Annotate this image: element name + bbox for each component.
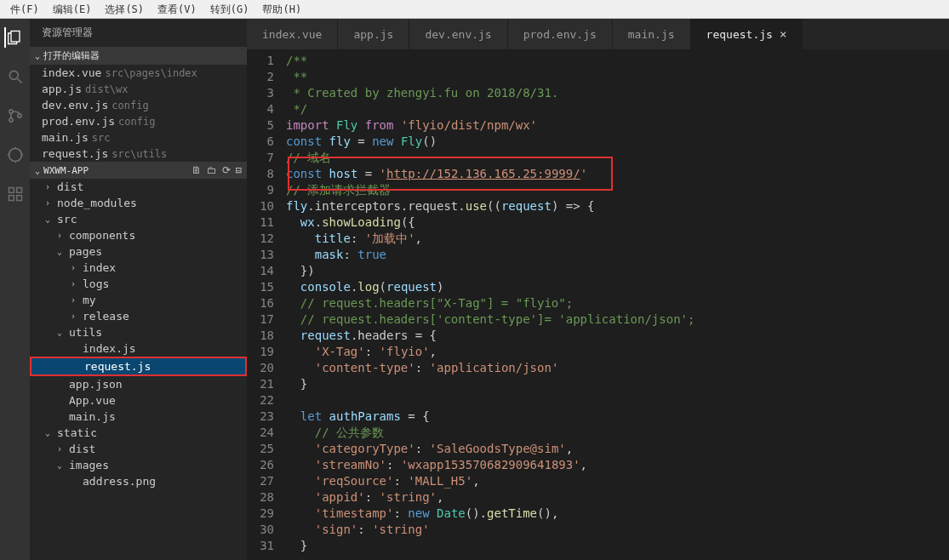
project-header[interactable]: ⌄ WXWM-APP 🗎 🗀 ⟳ ⊟ xyxy=(30,162,247,179)
tab-label: dev.env.js xyxy=(425,28,491,41)
editor-tab[interactable]: index.vue xyxy=(247,19,338,49)
activity-bar xyxy=(0,19,30,560)
tree-folder[interactable]: ⌄static xyxy=(30,425,247,441)
explorer-icon[interactable] xyxy=(4,27,25,48)
tree-label: pages xyxy=(69,245,102,258)
tree-file[interactable]: main.js xyxy=(30,409,247,425)
menubar: 件(F) 编辑(E) 选择(S) 查看(V) 转到(G) 帮助(H) xyxy=(0,0,949,19)
tab-label: request.js xyxy=(706,28,773,41)
svg-point-2 xyxy=(9,110,12,113)
editor-tab[interactable]: prod.env.js xyxy=(508,19,613,49)
tree-folder[interactable]: ⌄src xyxy=(30,211,247,227)
tree-label: address.png xyxy=(83,475,156,488)
line-number-gutter: 1234567891011121314151617181920212223242… xyxy=(247,49,286,560)
chevron-down-icon: ⌄ xyxy=(54,328,66,337)
editor-tab[interactable]: app.js xyxy=(338,19,409,49)
tree-label: main.js xyxy=(69,410,116,423)
tree-label: release xyxy=(83,310,129,323)
tree-folder[interactable]: ›node_modules xyxy=(30,195,247,211)
chevron-right-icon: › xyxy=(42,182,54,191)
editor-area: index.vueapp.jsdev.env.jsprod.env.jsmain… xyxy=(247,19,949,560)
tree-folder[interactable]: ›release xyxy=(30,308,247,324)
close-icon[interactable]: × xyxy=(780,27,786,41)
tree-folder[interactable]: ›components xyxy=(30,227,247,243)
tree-label: logs xyxy=(83,277,109,290)
tree-label: App.vue xyxy=(69,394,116,407)
open-editors-label: 打开的编辑器 xyxy=(43,49,100,62)
file-tree: ›dist›node_modules⌄src›components⌄pages›… xyxy=(30,179,247,560)
code-editor[interactable]: 1234567891011121314151617181920212223242… xyxy=(247,49,949,560)
editor-tab[interactable]: dev.env.js xyxy=(409,19,507,49)
tree-folder[interactable]: ⌄utils xyxy=(30,324,247,340)
chevron-down-icon: ⌄ xyxy=(54,460,66,470)
tree-folder[interactable]: ⌄images xyxy=(30,457,247,473)
tab-label: prod.env.js xyxy=(523,28,597,41)
chevron-down-icon: ⌄ xyxy=(42,214,54,224)
file-name: dev.env.js xyxy=(42,99,108,111)
open-editor-item[interactable]: prod.env.js config xyxy=(30,113,247,129)
collapse-icon[interactable]: ⊟ xyxy=(236,164,242,176)
file-name: prod.env.js xyxy=(42,115,115,128)
open-editor-item[interactable]: index.vue src\pages\index xyxy=(30,65,247,81)
open-editor-item[interactable]: main.js src xyxy=(30,129,247,146)
chevron-right-icon: › xyxy=(67,295,79,305)
refresh-icon[interactable]: ⟳ xyxy=(222,164,231,176)
editor-tab[interactable]: request.js× xyxy=(691,19,803,49)
new-folder-icon[interactable]: 🗀 xyxy=(207,164,217,176)
tree-folder[interactable]: ›logs xyxy=(30,276,247,292)
menu-edit[interactable]: 编辑(E) xyxy=(46,0,99,18)
tree-label: index.js xyxy=(83,342,136,355)
tree-file[interactable]: request.js xyxy=(30,357,247,376)
file-path: config xyxy=(118,116,155,128)
tree-label: components xyxy=(69,229,135,242)
svg-rect-0 xyxy=(11,31,20,43)
extensions-icon[interactable] xyxy=(5,184,26,204)
tab-label: main.js xyxy=(628,28,675,41)
sidebar: 资源管理器 ⌄ 打开的编辑器 index.vue src\pages\index… xyxy=(30,19,247,560)
chevron-right-icon: › xyxy=(67,263,79,272)
chevron-down-icon: ⌄ xyxy=(42,428,54,437)
tree-folder[interactable]: ›index xyxy=(30,260,247,276)
tree-label: dist xyxy=(69,443,95,455)
search-icon[interactable] xyxy=(5,66,26,87)
tree-label: index xyxy=(83,261,116,274)
tree-file[interactable]: app.json xyxy=(30,376,247,392)
menu-help[interactable]: 帮助(H) xyxy=(255,0,308,18)
svg-rect-9 xyxy=(16,188,21,193)
tree-folder[interactable]: ⌄pages xyxy=(30,243,247,260)
tree-label: node_modules xyxy=(57,197,137,209)
tree-label: app.json xyxy=(69,378,123,391)
file-path: src\utils xyxy=(111,148,167,160)
editor-tab[interactable]: main.js xyxy=(613,19,691,49)
tree-label: utils xyxy=(69,326,102,339)
chevron-right-icon: › xyxy=(54,444,66,454)
open-editors-list: index.vue src\pages\indexapp.js dist\wxd… xyxy=(30,65,247,162)
tab-label: index.vue xyxy=(262,28,322,41)
tree-folder[interactable]: ›dist xyxy=(30,441,247,457)
tree-folder[interactable]: ›dist xyxy=(30,179,247,195)
new-file-icon[interactable]: 🗎 xyxy=(192,164,202,176)
open-editor-item[interactable]: dev.env.js config xyxy=(30,97,247,113)
project-label: WXWM-APP xyxy=(43,165,89,176)
open-editor-item[interactable]: request.js src\utils xyxy=(30,146,247,162)
chevron-right-icon: › xyxy=(67,311,79,321)
menu-select[interactable]: 选择(S) xyxy=(98,0,151,18)
menu-view[interactable]: 查看(V) xyxy=(151,0,203,18)
editor-tabs: index.vueapp.jsdev.env.jsprod.env.jsmain… xyxy=(247,19,949,49)
svg-point-4 xyxy=(17,114,20,117)
menu-goto[interactable]: 转到(G) xyxy=(203,0,256,18)
menu-file[interactable]: 件(F) xyxy=(3,0,46,18)
tree-label: request.js xyxy=(84,360,151,373)
tree-file[interactable]: address.png xyxy=(30,473,247,489)
source-control-icon[interactable] xyxy=(5,106,26,126)
tree-label: images xyxy=(69,459,109,471)
tree-file[interactable]: index.js xyxy=(30,340,247,357)
open-editors-header[interactable]: ⌄ 打开的编辑器 xyxy=(30,47,247,65)
open-editor-item[interactable]: app.js dist\wx xyxy=(30,81,247,97)
tree-folder[interactable]: ›my xyxy=(30,292,247,308)
tree-file[interactable]: App.vue xyxy=(30,392,247,409)
chevron-down-icon: ⌄ xyxy=(54,247,66,256)
debug-icon[interactable] xyxy=(5,145,26,165)
chevron-down-icon: ⌄ xyxy=(35,166,40,175)
svg-rect-8 xyxy=(16,196,21,201)
